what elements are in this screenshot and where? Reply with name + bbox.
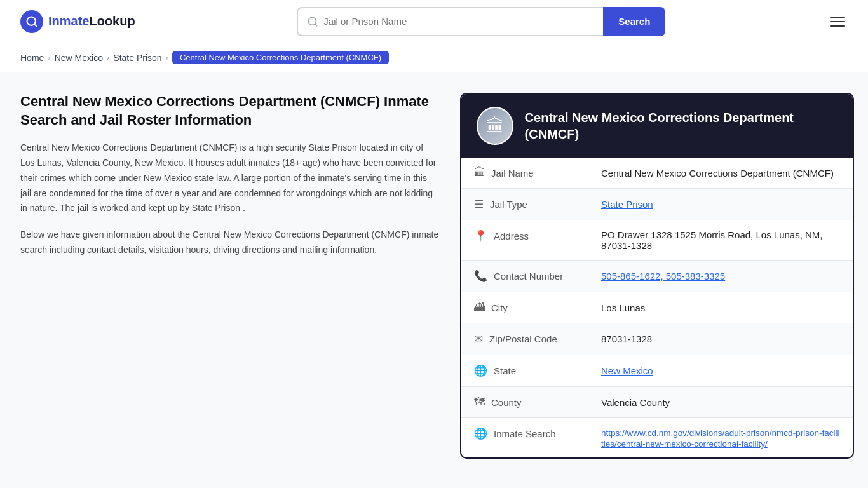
row-label-cell: 🗺County xyxy=(461,387,588,417)
search-area: Search xyxy=(297,7,665,36)
search-icon xyxy=(307,16,318,27)
row-icon: ☰ xyxy=(474,198,484,211)
row-icon: 🏛 xyxy=(474,166,485,179)
card-header-title: Central New Mexico Corrections Departmen… xyxy=(525,109,837,142)
breadcrumb-separator-2: › xyxy=(107,53,109,62)
row-value: Valencia County xyxy=(588,387,853,418)
facility-avatar-img: 🏛 xyxy=(478,107,512,145)
row-value-cell: 505-865-1622, 505-383-3325 xyxy=(588,261,853,292)
table-row: ☰Jail TypeState Prison xyxy=(461,189,853,220)
search-input-wrapper xyxy=(297,7,603,36)
breadcrumb-home[interactable]: Home xyxy=(20,53,44,63)
svg-line-3 xyxy=(315,24,317,25)
row-label: Jail Name xyxy=(491,168,534,179)
row-label: Zip/Postal Code xyxy=(489,334,557,344)
logo-area: InmateInmateLookupLookup xyxy=(20,10,135,33)
row-value-cell: https://www.cd.nm.gov/divisions/adult-pr… xyxy=(588,418,853,458)
row-icon: ✉ xyxy=(474,332,483,346)
row-label-cell: 🏛Jail Name xyxy=(461,158,588,188)
row-value: Los Lunas xyxy=(588,292,853,323)
table-row: 🏙CityLos Lunas xyxy=(461,292,853,323)
menu-button[interactable] xyxy=(827,14,848,29)
row-icon: 📍 xyxy=(474,229,487,243)
info-table: 🏛Jail NameCentral New Mexico Corrections… xyxy=(461,158,853,458)
row-value-cell: State Prison xyxy=(588,189,853,220)
row-label: Inmate Search xyxy=(494,428,556,439)
row-label: Jail Type xyxy=(490,199,527,210)
row-icon: 📞 xyxy=(474,269,487,283)
row-value-cell: New Mexico xyxy=(588,355,853,387)
breadcrumb-current: Central New Mexico Corrections Departmen… xyxy=(172,51,389,64)
row-url-link[interactable]: https://www.cd.nm.gov/divisions/adult-pr… xyxy=(601,428,839,449)
main-content: Central New Mexico Corrections Departmen… xyxy=(0,72,868,479)
row-label: City xyxy=(491,302,508,313)
breadcrumb-type[interactable]: State Prison xyxy=(113,53,161,63)
left-panel: Central New Mexico Corrections Departmen… xyxy=(20,93,440,459)
row-value: 87031-1328 xyxy=(588,323,853,355)
row-icon: 🌐 xyxy=(474,427,487,440)
table-row: 🌐Inmate Searchhttps://www.cd.nm.gov/divi… xyxy=(461,418,853,458)
table-row: 🗺CountyValencia County xyxy=(461,387,853,418)
breadcrumb-separator-1: › xyxy=(48,53,50,62)
row-link[interactable]: New Mexico xyxy=(601,365,653,376)
page-title: Central New Mexico Corrections Departmen… xyxy=(20,93,440,129)
svg-line-1 xyxy=(34,24,37,26)
table-row: 📍AddressPO Drawer 1328 1525 Morris Road,… xyxy=(461,220,853,261)
row-label: State xyxy=(494,365,516,376)
row-icon: 🌐 xyxy=(474,364,487,377)
breadcrumb-separator-3: › xyxy=(166,53,168,62)
header: InmateInmateLookupLookup Search xyxy=(0,0,868,43)
row-label-cell: ✉Zip/Postal Code xyxy=(461,323,588,355)
right-panel: 🏛 Central New Mexico Corrections Departm… xyxy=(460,93,854,459)
row-label-cell: 🏙City xyxy=(461,292,588,323)
row-value: PO Drawer 1328 1525 Morris Road, Los Lun… xyxy=(588,220,853,261)
breadcrumb: Home › New Mexico › State Prison › Centr… xyxy=(0,43,868,72)
page-desc-1: Central New Mexico Corrections Departmen… xyxy=(20,140,440,216)
search-input[interactable] xyxy=(323,16,594,27)
row-label: County xyxy=(491,397,522,408)
row-label-cell: 🌐Inmate Search xyxy=(461,418,588,449)
table-row: 📞Contact Number505-865-1622, 505-383-332… xyxy=(461,261,853,292)
row-label: Address xyxy=(494,231,529,241)
row-link[interactable]: 505-865-1622, 505-383-3325 xyxy=(601,271,725,281)
logo-text: InmateInmateLookupLookup xyxy=(48,14,135,29)
page-desc-2: Below we have given information about th… xyxy=(20,227,440,258)
row-value: Central New Mexico Corrections Departmen… xyxy=(588,158,853,189)
table-row: 🌐StateNew Mexico xyxy=(461,355,853,387)
card-header: 🏛 Central New Mexico Corrections Departm… xyxy=(461,94,853,158)
row-label-cell: 📞Contact Number xyxy=(461,261,588,292)
search-button[interactable]: Search xyxy=(603,7,665,36)
table-row: 🏛Jail NameCentral New Mexico Corrections… xyxy=(461,158,853,189)
row-label-cell: 🌐State xyxy=(461,355,588,386)
row-icon: 🗺 xyxy=(474,396,485,409)
row-icon: 🏙 xyxy=(474,301,485,314)
breadcrumb-state[interactable]: New Mexico xyxy=(55,53,103,63)
row-link[interactable]: State Prison xyxy=(601,199,653,210)
row-label-cell: ☰Jail Type xyxy=(461,189,588,220)
row-label: Contact Number xyxy=(494,271,563,281)
table-row: ✉Zip/Postal Code87031-1328 xyxy=(461,323,853,355)
row-label-cell: 📍Address xyxy=(461,220,588,252)
logo-icon xyxy=(20,10,43,33)
facility-avatar: 🏛 xyxy=(477,107,513,145)
info-card: 🏛 Central New Mexico Corrections Departm… xyxy=(460,93,854,459)
